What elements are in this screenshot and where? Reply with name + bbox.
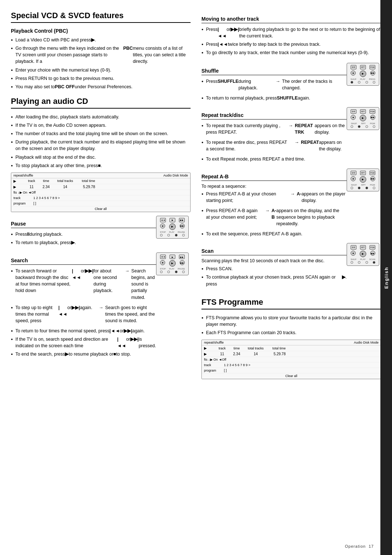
screen-total-tracks-label: total tracks bbox=[55, 179, 75, 183]
fts-screen-program-val: [ ] bbox=[224, 369, 227, 372]
list-item: The number of tracks and the total playi… bbox=[11, 130, 191, 137]
screen-play-icon: ▶ bbox=[13, 179, 23, 183]
list-item: To return to normal playback, press SHUF… bbox=[201, 95, 347, 101]
fts-screen: repeat/shuffle Audio Disk Mode ▶ track t… bbox=[201, 340, 381, 379]
search-panel-label-1: STOP bbox=[160, 268, 166, 270]
search-panel-btn-3: ▶▶ bbox=[179, 255, 185, 259]
repeat-panel-top1: SHF bbox=[351, 109, 356, 114]
list-item: To stop playback at any other time, pres… bbox=[11, 162, 191, 169]
fts-screen-play-btn: ▶ bbox=[204, 352, 213, 356]
panel-btn-6: ▶▶ bbox=[180, 223, 185, 228]
repeat-ab-list: Press REPEAT A-B at your chosen starting… bbox=[201, 191, 347, 238]
shuffle-panel-top1: SHF bbox=[351, 65, 356, 69]
repeat-ab-label3: PGM bbox=[370, 184, 375, 186]
scan-panel: SHF RPT PGM ■ ▶ ▶▶ SHUF PLAY SCAN bbox=[347, 243, 381, 266]
fts-screen-header-left: repeat/shuffle bbox=[204, 341, 224, 344]
scan-dot-4 bbox=[373, 261, 375, 264]
search-panel-btn-1: ◄◄ bbox=[160, 255, 166, 259]
screen-fts-row: fts ↓▶ On ◄Off bbox=[13, 191, 36, 194]
shuffle-panel-mid1: ■ bbox=[351, 70, 356, 76]
search-panel-dot-3 bbox=[175, 271, 177, 273]
pause-panel: ◄◄ ▶ ▶▶ ■ ▶ ▶▶ STOP PLAY bbox=[156, 216, 191, 239]
panel-btn-2: ▶ bbox=[170, 218, 175, 222]
moving-title: Moving to another track bbox=[201, 16, 381, 23]
screen-clear-all: Clear all bbox=[95, 207, 107, 211]
scan-mid2: ▶ bbox=[360, 251, 366, 257]
repeat-panel-mid1: ■ bbox=[351, 115, 356, 120]
repeat-arrow-2: REPEAT appears on the display. bbox=[294, 139, 347, 152]
pbc-list: Load a Video CD with PBC and press ▶. Go… bbox=[11, 37, 191, 90]
panel-label-1: STOP bbox=[160, 231, 166, 233]
search-panel-dot-2 bbox=[167, 271, 170, 273]
shuffle-panel-mid3: ▶▶ bbox=[370, 70, 375, 76]
shuffle-dot-1 bbox=[351, 81, 353, 84]
list-item: Go through the menu with the keys indica… bbox=[11, 45, 191, 65]
list-item: To continue playback at your chosen trac… bbox=[201, 274, 347, 287]
footer-page: 17 bbox=[369, 544, 374, 548]
panel-btn-5: ▶ bbox=[169, 223, 176, 230]
repeat-label-1: SHUF bbox=[351, 122, 357, 125]
scan-top3: PGM bbox=[369, 245, 375, 250]
pause-title: Pause bbox=[11, 221, 156, 228]
fts-screen-track-label-2: track bbox=[204, 363, 220, 367]
repeat-panel-top3: PGM bbox=[369, 109, 375, 114]
list-item: Press SCAN. bbox=[201, 266, 347, 272]
panel-dot-4 bbox=[182, 234, 185, 236]
repeat-ab-mid2: ▶ bbox=[360, 176, 366, 183]
pause-list: Press II during playback. To return to p… bbox=[11, 231, 156, 246]
section-title-audio-cd: Playing an audio CD bbox=[11, 97, 191, 109]
list-item: Press SHUFFLE during playback. The order… bbox=[201, 78, 347, 93]
list-item: Press RETURN to go back to the previous … bbox=[11, 75, 191, 82]
fts-screen-header-right: Audio Disk Mode bbox=[354, 341, 379, 344]
fts-screen-total-tracks-val: 14 bbox=[246, 352, 266, 356]
fts-screen-total-time-val: 5.29.78 bbox=[269, 352, 286, 356]
list-item: If the TV is on, search speed and direct… bbox=[11, 336, 156, 349]
shuffle-dot-4 bbox=[373, 81, 375, 84]
search-arrow-2: Search goes to eight times the speed, an… bbox=[99, 304, 156, 324]
list-item: You may also set to PBC OFF under Person… bbox=[11, 84, 191, 90]
shuffle-dot-2 bbox=[358, 81, 360, 84]
list-item: Each FTS Programme can contain 20 tracks… bbox=[201, 329, 381, 336]
repeat-ab-dot-2 bbox=[358, 187, 360, 189]
screen-time-label: time bbox=[41, 179, 52, 183]
repeat-dot-1 bbox=[351, 125, 353, 128]
panel-label-2: PLAY bbox=[169, 231, 175, 233]
fts-screen-track-nums: 1 2 3 4 5 6 7 8 9 > bbox=[224, 363, 250, 367]
list-item: During playback, the current track numbe… bbox=[11, 139, 191, 152]
search-panel-btn-6: ▶▶ bbox=[180, 260, 185, 265]
repeat-panel-mid2: ▶ bbox=[360, 115, 366, 121]
shuffle-list: Press SHUFFLE during playback. The order… bbox=[201, 78, 347, 101]
repeat-ab-top3: PGM bbox=[369, 171, 375, 175]
list-item: To exit the sequence, press REPEAT A-B a… bbox=[201, 231, 347, 237]
list-item: To search forward or backward through th… bbox=[11, 268, 156, 303]
panel-btn-1: ◄◄ bbox=[160, 218, 166, 222]
language-tab: English bbox=[380, 0, 392, 555]
list-item: Press REPEAT A-B at your chosen starting… bbox=[201, 191, 347, 206]
list-item: If the TV is on, the Audio CD screen app… bbox=[11, 122, 191, 129]
screen-track-val: 11 bbox=[26, 185, 37, 189]
pause-section: Pause Press II during playback. To retur… bbox=[11, 216, 191, 249]
list-item: Press |◄◄ or ▶▶| briefly during playback… bbox=[201, 26, 381, 39]
repeat-ab-label2: RPT bbox=[361, 184, 366, 186]
list-item: Press REPEAT A-B again at your chosen en… bbox=[201, 207, 347, 229]
screen-play-btn: ▶ bbox=[13, 185, 23, 189]
shuffle-panel-label3: PROG bbox=[369, 78, 375, 80]
fts-list: FTS Programme allows you to store your f… bbox=[201, 315, 381, 336]
repeat-ab-intro: To repeat a sequence: bbox=[201, 184, 347, 189]
section-title-special-vcd: Special VCD & SVCD features bbox=[11, 11, 191, 23]
fts-title: FTS Programme bbox=[201, 297, 381, 309]
scan-dot-2 bbox=[358, 261, 360, 264]
fts-screen-time-val: 2.34 bbox=[231, 352, 242, 356]
list-item: To repeat the track currently playing , … bbox=[201, 122, 347, 137]
repeat-section: Repeat track/disc To repeat the track cu… bbox=[201, 107, 381, 166]
shuffle-panel-label2: PLAY bbox=[360, 78, 366, 80]
panel-dot-2 bbox=[167, 234, 170, 236]
repeat-ab-top1: SHF bbox=[351, 171, 356, 175]
fts-screen-total-tracks-label: total tracks bbox=[246, 347, 266, 350]
repeat-ab-top2: RPT bbox=[360, 171, 366, 175]
list-item: To return to four times the normal speed… bbox=[11, 328, 156, 334]
list-item: After loading the disc, playback starts … bbox=[11, 114, 191, 120]
search-panel-label-2: PLAY bbox=[169, 268, 175, 270]
repeat-ab-panel: SHF RPT PGM ■ ▶ ▶▶ SHUF RPT PGM bbox=[347, 169, 381, 191]
audio-cd-screen: repeat/shuffle Audio Disk Mode ▶ track t… bbox=[11, 173, 191, 212]
